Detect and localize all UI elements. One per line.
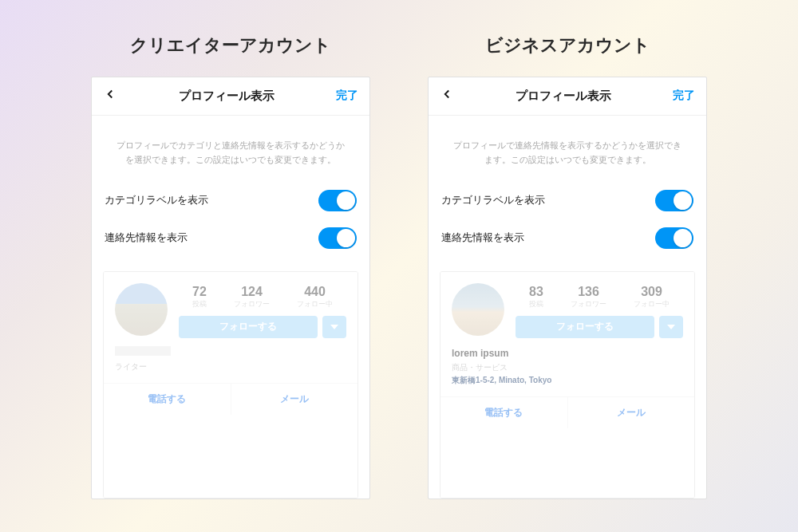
description-text: プロフィールでカテゴリと連絡先情報を表示するかどうかを選択できます。この設定はい…: [92, 116, 369, 182]
svg-marker-1: [667, 325, 675, 329]
toggle-contact[interactable]: [655, 227, 693, 249]
contact-row: 電話する メール: [104, 383, 358, 415]
profile-top: 72 投稿 124 フォロワー 440 フォロー中 フォローす: [115, 283, 346, 338]
stat-followers-label: フォロワー: [234, 299, 270, 309]
stats-row: 83 投稿 136 フォロワー 309 フォロー中: [516, 283, 683, 309]
toggle-row-category: カテゴリラベルを表示: [429, 182, 706, 219]
description-text: プロフィールで連絡先情報を表示するかどうかを選択できます。この設定はいつでも変更…: [429, 116, 706, 182]
stat-following-num: 309: [634, 285, 670, 299]
profile-name: lorem ipsum: [452, 346, 683, 361]
stat-posts: 83 投稿: [529, 285, 543, 309]
stat-following-num: 440: [297, 285, 333, 299]
toggle-label-category: カテゴリラベルを表示: [441, 193, 545, 207]
toggle-category[interactable]: [655, 190, 693, 211]
call-button[interactable]: 電話する: [440, 397, 568, 428]
stat-posts-num: 72: [192, 285, 207, 299]
chevron-down-icon: [667, 323, 675, 331]
chevron-left-icon: [103, 87, 117, 101]
nav-title: プロフィール表示: [516, 89, 611, 104]
follow-more-button[interactable]: [322, 316, 346, 338]
toggle-row-contact: 連絡先情報を表示: [429, 219, 706, 257]
mail-button[interactable]: メール: [231, 384, 358, 415]
stat-posts: 72 投稿: [192, 285, 207, 309]
follow-button[interactable]: フォローする: [516, 316, 654, 338]
svg-marker-0: [330, 325, 338, 329]
avatar: [452, 283, 504, 336]
stat-followers-label: フォロワー: [571, 299, 606, 309]
profile-preview: 72 投稿 124 フォロワー 440 フォロー中 フォローす: [103, 271, 358, 499]
creator-title: クリエイターアカウント: [130, 33, 331, 57]
name-placeholder: [115, 346, 171, 356]
business-column: ビジネスアカウント プロフィール表示 完了 プロフィールで連絡先情報を表示するか…: [428, 33, 707, 499]
toggle-category[interactable]: [318, 190, 357, 211]
profile-top: 83 投稿 136 フォロワー 309 フォロー中 フォローす: [452, 283, 683, 338]
nav-title: プロフィール表示: [179, 89, 275, 104]
stat-following-label: フォロー中: [634, 299, 670, 309]
stat-followers: 124 フォロワー: [234, 285, 270, 309]
stats-area: 72 投稿 124 フォロワー 440 フォロー中 フォローす: [179, 283, 346, 338]
toggle-label-category: カテゴリラベルを表示: [105, 193, 208, 207]
stat-followers-num: 124: [234, 285, 270, 299]
toggle-contact[interactable]: [318, 227, 357, 249]
creator-screen: プロフィール表示 完了 プロフィールでカテゴリと連絡先情報を表示するかどうかを選…: [91, 77, 370, 499]
contact-row: 電話する メール: [440, 396, 694, 428]
mail-button[interactable]: メール: [568, 397, 695, 428]
back-button[interactable]: [440, 87, 454, 104]
nav-bar: プロフィール表示 完了: [92, 77, 369, 116]
toggle-row-category: カテゴリラベルを表示: [92, 182, 369, 219]
follow-row: フォローする: [179, 316, 346, 338]
back-button[interactable]: [103, 87, 117, 104]
creator-column: クリエイターアカウント プロフィール表示 完了 プロフィールでカテゴリと連絡先情…: [91, 33, 370, 499]
stats-row: 72 投稿 124 フォロワー 440 フォロー中: [179, 283, 346, 309]
follow-row: フォローする: [516, 316, 683, 338]
stats-area: 83 投稿 136 フォロワー 309 フォロー中 フォローす: [516, 283, 683, 338]
business-title: ビジネスアカウント: [485, 33, 650, 57]
stat-followers-num: 136: [571, 285, 606, 299]
stat-following: 309 フォロー中: [634, 285, 670, 309]
toggle-label-contact: 連絡先情報を表示: [441, 231, 524, 245]
business-screen: プロフィール表示 完了 プロフィールで連絡先情報を表示するかどうかを選択できます…: [428, 77, 707, 499]
stat-posts-num: 83: [529, 285, 543, 299]
toggle-row-contact: 連絡先情報を表示: [92, 219, 369, 257]
avatar: [115, 283, 168, 336]
done-button[interactable]: 完了: [673, 89, 695, 103]
chevron-down-icon: [330, 323, 338, 331]
follow-more-button[interactable]: [659, 316, 683, 338]
call-button[interactable]: 電話する: [104, 384, 231, 415]
done-button[interactable]: 完了: [336, 89, 358, 103]
profile-category: ライター: [115, 361, 346, 373]
chevron-left-icon: [440, 87, 454, 101]
profile-category: 商品・サービス: [452, 361, 683, 374]
profile-address: 東新橋1-5-2, Minato, Tokyo: [452, 374, 683, 387]
toggle-label-contact: 連絡先情報を表示: [105, 231, 188, 245]
profile-info: ライター: [115, 346, 346, 373]
stat-followers: 136 フォロワー: [571, 285, 606, 309]
profile-preview: 83 投稿 136 フォロワー 309 フォロー中 フォローす: [440, 271, 695, 499]
stat-posts-label: 投稿: [192, 299, 207, 309]
stat-following: 440 フォロー中: [297, 285, 333, 309]
stat-following-label: フォロー中: [297, 299, 333, 309]
profile-info: lorem ipsum 商品・サービス 東新橋1-5-2, Minato, To…: [452, 346, 683, 387]
stat-posts-label: 投稿: [529, 299, 543, 309]
follow-button[interactable]: フォローする: [179, 316, 318, 338]
nav-bar: プロフィール表示 完了: [429, 77, 706, 116]
